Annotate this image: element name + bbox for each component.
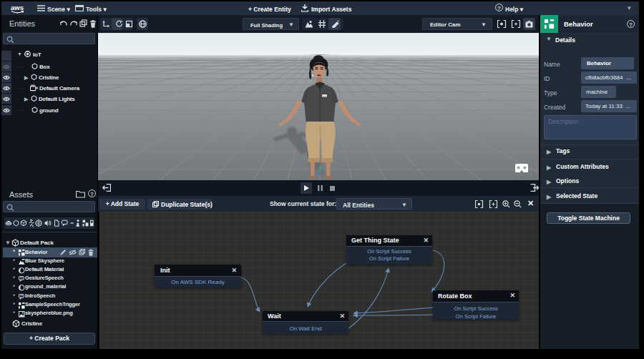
svg-text:aws: aws (11, 4, 24, 11)
